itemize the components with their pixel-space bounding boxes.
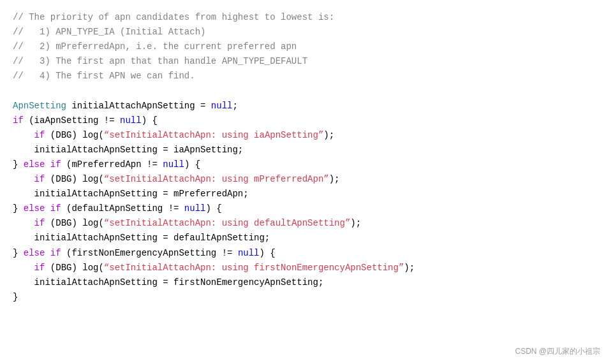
code-token: null <box>120 115 142 126</box>
code-line: initialAttachApnSetting = defaultApnSett… <box>13 231 600 245</box>
code-token: ) { <box>184 159 200 170</box>
code-token: else if <box>24 248 61 258</box>
code-token: if <box>13 115 24 126</box>
code-line: initialAttachApnSetting = firstNonEmerge… <box>13 275 600 290</box>
code-line: // 1) APN_TYPE_IA (Initial Attach) <box>13 25 600 40</box>
code-token: ) { <box>142 115 158 126</box>
code-token: ); <box>323 130 334 140</box>
code-token: // 2) mPreferredApn, i.e. the current pr… <box>13 41 297 52</box>
code-token: “setInitialAttachApn: using firstNonEmer… <box>104 263 404 273</box>
code-token: // 4) The first APN we can find. <box>13 71 195 81</box>
code-token: else if <box>24 159 61 170</box>
code-block: // The priority of apn candidates from h… <box>13 10 600 305</box>
code-token: null <box>238 248 260 258</box>
code-line: if (DBG) log(“setInitialAttachApn: using… <box>13 128 600 143</box>
code-token: initialAttachApnSetting = mPreferredApn; <box>13 189 249 199</box>
code-line: ApnSetting initialAttachApnSetting = nul… <box>13 99 600 113</box>
code-token: } <box>13 203 24 214</box>
code-token: ); <box>404 263 415 273</box>
code-token: “setInitialAttachApn: using iaApnSetting… <box>104 130 323 140</box>
code-token: if <box>13 130 45 140</box>
code-token: ); <box>329 174 340 184</box>
code-token: initialAttachApnSetting = <box>66 101 211 111</box>
code-token: if <box>13 263 45 273</box>
code-token: else if <box>24 203 61 214</box>
code-token: (defaultApnSetting != <box>61 203 184 214</box>
code-token: “setInitialAttachApn: using defaultApnSe… <box>104 218 350 228</box>
code-line: // 3) The first apn that than handle APN… <box>13 54 600 69</box>
code-line: initialAttachApnSetting = mPreferredApn; <box>13 187 600 201</box>
code-token: “setInitialAttachApn: using mPreferredAp… <box>104 174 329 184</box>
code-token: // 1) APN_TYPE_IA (Initial Attach) <box>13 27 205 37</box>
code-line: } <box>13 290 600 305</box>
code-token: } <box>13 248 24 258</box>
code-line: // The priority of apn candidates from h… <box>13 10 600 25</box>
code-token: (DBG) log( <box>45 263 103 273</box>
code-token: initialAttachApnSetting = iaApnSetting; <box>13 145 243 155</box>
code-token: (DBG) log( <box>45 218 103 228</box>
code-container: // The priority of apn candidates from h… <box>0 0 613 364</box>
code-token: null <box>184 203 206 214</box>
code-line: // 4) The first APN we can find. <box>13 69 600 84</box>
code-token: ) { <box>205 203 221 214</box>
code-line: if (DBG) log(“setInitialAttachApn: using… <box>13 261 600 275</box>
code-line <box>13 84 600 98</box>
code-token: ); <box>350 218 361 228</box>
code-token: ) { <box>259 248 275 258</box>
code-token: // 3) The first apn that than handle APN… <box>13 56 307 66</box>
code-line: } else if (firstNonEmergencyApnSetting !… <box>13 246 600 261</box>
code-line: if (iaApnSetting != null) { <box>13 113 600 128</box>
code-token: (iaApnSetting != <box>24 115 120 126</box>
code-token: null <box>163 159 184 170</box>
code-line: initialAttachApnSetting = iaApnSetting; <box>13 143 600 157</box>
code-token: (firstNonEmergencyApnSetting != <box>61 248 238 258</box>
code-token: if <box>13 174 45 184</box>
code-line: } else if (mPreferredApn != null) { <box>13 157 600 172</box>
code-token: initialAttachApnSetting = firstNonEmerge… <box>13 277 323 288</box>
code-token: ApnSetting <box>13 101 66 111</box>
code-token: initialAttachApnSetting = defaultApnSett… <box>13 233 270 243</box>
code-token: ; <box>232 101 237 111</box>
code-line: if (DBG) log(“setInitialAttachApn: using… <box>13 216 600 231</box>
watermark: CSDN @四儿家的小祖宗 <box>515 346 600 358</box>
code-token: (mPreferredApn != <box>61 159 163 170</box>
code-token: null <box>211 101 233 111</box>
code-token: // The priority of apn candidates from h… <box>13 12 334 22</box>
code-token: } <box>13 159 24 170</box>
code-token: } <box>13 292 18 302</box>
code-token: (DBG) log( <box>45 130 103 140</box>
code-line: if (DBG) log(“setInitialAttachApn: using… <box>13 172 600 187</box>
code-token: (DBG) log( <box>45 174 103 184</box>
code-token: if <box>13 218 45 228</box>
code-line: } else if (defaultApnSetting != null) { <box>13 201 600 216</box>
code-line: // 2) mPreferredApn, i.e. the current pr… <box>13 40 600 54</box>
